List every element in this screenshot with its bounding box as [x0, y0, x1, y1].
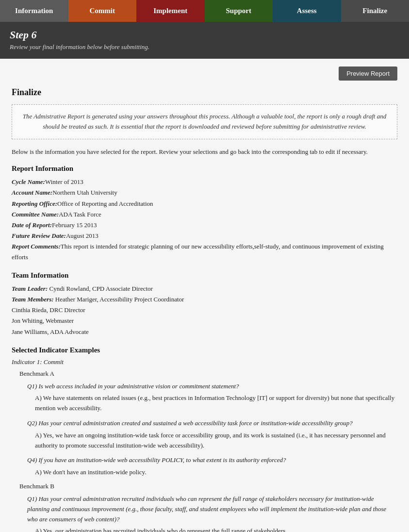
team-member-1-line: Cinthia Rieda, DRC Director [12, 305, 397, 316]
tab-assess[interactable]: Assess [273, 0, 341, 22]
field-label-future: Future Review Date: [12, 232, 66, 239]
team-leader-value: Cyndi Rowland, CPD Associate Director [49, 285, 153, 292]
field-value-cycle: Winter of 2013 [45, 178, 83, 185]
field-label-committee: Committee Name: [12, 211, 59, 218]
notice-box: The Admistrative Report is generated usi… [12, 104, 397, 139]
tab-finalize[interactable]: Finalize [341, 0, 409, 22]
field-label-date: Date of Report: [12, 221, 52, 229]
step-header: Step 6 Review your final information bel… [0, 22, 409, 59]
report-info-heading: Report Information [12, 165, 397, 173]
answer-b1-text: A) Yes, our administration has recruited… [35, 526, 397, 532]
field-date-of-report: Date of Report:February 15 2013 [12, 220, 397, 231]
field-committee-name: Committee Name:ADA Task Force [12, 209, 397, 220]
notice-text: The Admistrative Report is generated usi… [23, 113, 386, 130]
benchmark-a-label: Benchmark A [19, 370, 397, 378]
team-members-line: Team Members: Heather Mariger, Accessibi… [12, 294, 397, 305]
step-description: Review your final information below befo… [10, 43, 399, 51]
main-content: Preview Report Finalize The Admistrative… [0, 59, 409, 532]
field-cycle-name: Cycle Name:Winter of 2013 [12, 177, 397, 187]
field-value-future: August 2013 [66, 232, 98, 239]
field-value-comments: This report is intended for strategic pl… [12, 243, 384, 261]
team-info-heading: Team Information [12, 271, 397, 280]
field-future-review: Future Review Date:August 2013 [12, 231, 397, 241]
answer-a2-text: A) Yes, we have an ongoing institution-w… [35, 431, 397, 451]
preview-report-button[interactable]: Preview Report [339, 66, 397, 81]
field-value-office: Office of Reporting and Accreditation [57, 200, 153, 207]
field-label-cycle: Cycle Name: [12, 178, 45, 185]
question-block-a2: Q2) Has your central administration crea… [27, 418, 397, 450]
field-value-committee: ADA Task Force [59, 211, 101, 218]
selected-indicators-section: Selected Indicator Examples Indicator 1:… [12, 346, 397, 532]
question-block-a1: Q1) Is web access included in your admin… [27, 382, 397, 414]
team-leader-line: Team Leader: Cyndi Rowland, CPD Associat… [12, 283, 397, 294]
team-information-section: Team Information Team Leader: Cyndi Rowl… [12, 271, 397, 337]
tab-information[interactable]: Information [0, 0, 68, 22]
question-a4-text: Q4) If you have an institution-wide web … [27, 455, 397, 466]
finalize-title: Finalize [12, 87, 397, 98]
field-label-comments: Report Comments: [12, 243, 61, 250]
indicator-1-label: Indicator 1: Commit [12, 358, 397, 366]
field-report-comments: Report Comments:This report is intended … [12, 241, 397, 263]
field-label-office: Reporting Office: [12, 200, 57, 207]
field-reporting-office: Reporting Office:Office of Reporting and… [12, 199, 397, 209]
team-members-label: Team Members: [12, 296, 54, 303]
answer-a4-text: A) We don't have an institution-wide pol… [35, 467, 397, 478]
field-value-account: Northern Utah University [52, 189, 117, 196]
tab-commit[interactable]: Commit [68, 0, 137, 22]
field-label-account: Account Name: [12, 189, 52, 196]
team-member-3: Jane Williams, ADA Advocate [12, 328, 89, 335]
toolbar: Preview Report [12, 66, 397, 81]
tab-support[interactable]: Support [205, 0, 273, 22]
question-a2-text: Q2) Has your central administration crea… [27, 418, 397, 429]
team-member-0: Heather Mariger, Accessibility Project C… [55, 296, 184, 303]
report-information-section: Report Information Cycle Name:Winter of … [12, 165, 397, 263]
info-paragraph: Below is the information you have select… [12, 147, 397, 157]
team-member-2-line: Jon Whiting, Webmaster [12, 316, 397, 326]
question-b1-text: Q1) Has your central administration recr… [27, 494, 397, 524]
team-member-1: Cinthia Rieda, DRC Director [12, 306, 85, 314]
field-value-date: February 15 2013 [52, 221, 97, 229]
team-member-2: Jon Whiting, Webmaster [12, 317, 74, 324]
question-a1-text: Q1) Is web access included in your admin… [27, 382, 397, 392]
indicators-heading: Selected Indicator Examples [12, 346, 397, 354]
benchmark-b-label: Benchmark B [19, 482, 397, 490]
team-member-3-line: Jane Williams, ADA Advocate [12, 327, 397, 337]
team-leader-label: Team Leader: [12, 285, 48, 292]
nav-tabs: Information Commit Implement Support Ass… [0, 0, 409, 22]
step-label: Step 6 [10, 29, 399, 41]
field-account-name: Account Name:Northern Utah University [12, 187, 397, 198]
answer-a1-text: A) We have statements on related issues … [35, 393, 397, 414]
tab-implement[interactable]: Implement [136, 0, 205, 22]
question-block-b1: Q1) Has your central administration recr… [27, 494, 397, 532]
question-block-a4: Q4) If you have an institution-wide web … [27, 455, 397, 478]
